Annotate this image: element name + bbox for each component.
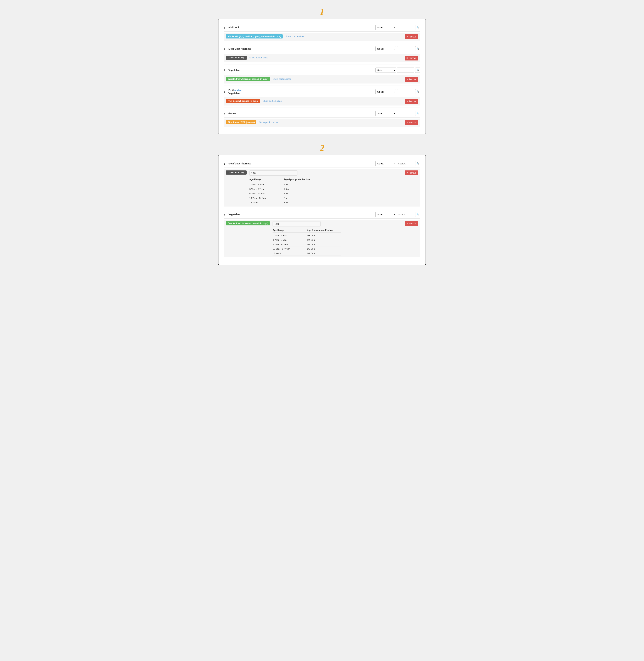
table-row: 6 Year - 12 Year 2 oz <box>249 192 318 196</box>
age-range-header: Age Range <box>249 178 284 181</box>
vegetable-section: 1 Vegetable Select 🔍 Carrots, fresh, fro… <box>224 65 420 84</box>
meat-alternate-tag: Chicken (in oz) <box>226 56 247 60</box>
grains-show-portion[interactable]: Show portion sizes <box>259 120 405 124</box>
grains-remove-btn[interactable]: ✕ Remove <box>405 120 418 125</box>
vegetable-select[interactable]: Select <box>375 68 396 73</box>
age-range-cell: 1 Year - 2 Year <box>273 234 307 237</box>
table-row: 1 Year - 2 Year 1 oz <box>249 182 318 187</box>
meat-alternate-2-remove-btn[interactable]: ✕ Remove <box>405 171 418 175</box>
age-appropriate-portion-header: Age-Appropriate Portion <box>284 178 318 181</box>
portion-cell: 1/4 Cup <box>307 239 341 241</box>
fruit-vegetable-header-row: 1 Fruit and/or Vegetable Select 🔍 <box>224 86 420 96</box>
age-range-cell: 13 Year - 17 Year <box>273 248 307 250</box>
age-range-cell: 6 Year - 12 Year <box>273 243 307 246</box>
age-range-cell: 3 Year - 5 Year <box>249 188 284 190</box>
fluid-milk-search-btn[interactable]: 🔍 <box>415 25 420 30</box>
fruit-vegetable-search[interactable] <box>397 89 414 94</box>
fruit-vegetable-label: Fruit and/or Vegetable <box>228 89 375 95</box>
vegetable-remove-btn[interactable]: ✕ Remove <box>405 77 418 82</box>
fruit-vegetable-remove-btn[interactable]: ✕ Remove <box>405 99 418 104</box>
portion-cell: 1/2 Cup <box>307 252 341 255</box>
vegetable-2-number: 1 <box>224 213 226 216</box>
vegetable-2-select[interactable]: Select <box>375 212 396 217</box>
meat-alternate-controls: Select 🔍 <box>375 46 420 51</box>
grains-item-row: Rice, brown, WGR (in cups) Show portion … <box>224 118 420 127</box>
age-range-header-2: Age Range <box>273 229 307 232</box>
meat-alternate-2-portion-value[interactable] <box>249 171 297 176</box>
portion-cell: 1.5 oz <box>284 188 318 190</box>
vegetable-2-item-row: Carrots, fresh, frozen or canned (in cup… <box>224 220 420 257</box>
portion-cell: 1/2 Cup <box>307 248 341 250</box>
step-2-number: 2 <box>218 143 426 153</box>
grains-tag: Rice, brown, WGR (in cups) <box>226 120 256 125</box>
vegetable-search-btn[interactable]: 🔍 <box>415 68 420 73</box>
vegetable-header-row: 1 Vegetable Select 🔍 <box>224 65 420 74</box>
fluid-milk-remove-btn[interactable]: ✕ Remove <box>405 35 418 39</box>
table-row: 18 Years 1/2 Cup <box>273 251 341 256</box>
grains-search-btn[interactable]: 🔍 <box>415 111 420 116</box>
meat-alternate-select[interactable]: Select <box>375 46 396 51</box>
meat-alternate-2-portion-area: Age Range Age-Appropriate Portion 1 Year… <box>249 171 405 205</box>
fluid-milk-select[interactable]: Select <box>375 25 396 30</box>
grains-number: 1 <box>224 112 226 115</box>
step-1-panel: 1 Fluid Milk Select 🔍 Whole Milk (1 yr) … <box>218 19 426 134</box>
vegetable-item-row: Carrots, fresh, frozen or canned (in cup… <box>224 75 420 84</box>
vegetable-show-portion[interactable]: Show portion sizes <box>273 77 405 80</box>
fluid-milk-search[interactable] <box>397 25 414 30</box>
vegetable-number: 1 <box>224 69 226 72</box>
meat-alternate-2-tag: Chicken (in oz) <box>226 171 247 175</box>
fruit-vegetable-search-btn[interactable]: 🔍 <box>415 89 420 94</box>
meat-alternate-search[interactable] <box>397 46 414 51</box>
vegetable-2-portion-value[interactable] <box>273 221 321 226</box>
grains-select[interactable]: Select <box>375 111 396 116</box>
vegetable-2-section: 1 Vegetable Select 🔍 Carrots, fresh, fro… <box>224 210 420 257</box>
table-row: 6 Year - 12 Year 1/2 Cup <box>273 242 341 247</box>
vegetable-2-header-row: 1 Vegetable Select 🔍 <box>224 210 420 219</box>
meat-alternate-remove-btn[interactable]: ✕ Remove <box>405 56 418 61</box>
vegetable-2-portion-area: Age Range Age-Appropriate Portion 1 Year… <box>273 221 405 256</box>
meat-alternate-header-row: 1 Meat/Meat Alternate Select 🔍 <box>224 44 420 53</box>
divider-5 <box>224 208 420 209</box>
table-row: 3 Year - 5 Year 1.5 oz <box>249 187 318 192</box>
fruit-vegetable-show-portion[interactable]: Show portion sizes <box>263 99 405 102</box>
meat-alternate-2-portion-table: Age Range Age-Appropriate Portion 1 Year… <box>249 177 318 205</box>
portion-cell: 1/8 Cup <box>307 234 341 237</box>
meat-alternate-show-portion[interactable]: Show portion sizes <box>249 56 405 59</box>
portion-table-header: Age Range Age-Appropriate Portion <box>249 177 318 182</box>
table-row: 3 Year - 5 Year 1/4 Cup <box>273 238 341 242</box>
age-range-cell: 6 Year - 12 Year <box>249 192 284 195</box>
search-icon: 🔍 <box>416 112 419 115</box>
meat-alternate-2-label: Meat/Meat Alternate <box>228 162 375 165</box>
age-range-cell: 1 Year - 2 Year <box>249 183 284 186</box>
meat-alternate-2-search[interactable] <box>397 161 414 166</box>
age-appropriate-portion-header-2: Age-Appropriate Portion <box>307 229 341 232</box>
vegetable-2-search[interactable] <box>397 212 414 217</box>
meat-alternate-2-header-row: 1 Meat/Meat Alternate Select 🔍 <box>224 159 420 168</box>
grains-label: Grains <box>228 112 375 115</box>
meat-alternate-2-section: 1 Meat/Meat Alternate Select 🔍 Chicken (… <box>224 159 420 206</box>
vegetable-2-remove-btn[interactable]: ✕ Remove <box>405 221 418 226</box>
fruit-vegetable-select[interactable]: Select <box>375 89 396 94</box>
vegetable-search[interactable] <box>397 68 414 73</box>
fruit-vegetable-section: 1 Fruit and/or Vegetable Select 🔍 Fruit … <box>224 86 420 106</box>
meat-alternate-2-select[interactable]: Select <box>375 161 396 166</box>
portion-table-header-2: Age Range Age-Appropriate Portion <box>273 228 341 233</box>
grains-section: 1 Grains Select 🔍 Rice, brown, WGR (in c… <box>224 108 420 127</box>
fruit-label-main: Fruit <box>228 89 234 92</box>
grains-search[interactable] <box>397 111 414 116</box>
age-range-cell: 13 Year - 17 Year <box>249 197 284 199</box>
portion-cell: 1/2 Cup <box>307 243 341 246</box>
meat-alternate-search-btn[interactable]: 🔍 <box>415 46 420 51</box>
meat-alternate-2-item-row: Chicken (in oz) Age Range Age-Appropriat… <box>224 169 420 206</box>
search-icon: 🔍 <box>416 162 419 165</box>
fluid-milk-controls: Select 🔍 <box>375 25 420 30</box>
vegetable-2-tag: Carrots, fresh, frozen or canned (in cup… <box>226 221 270 225</box>
vegetable-2-search-btn[interactable]: 🔍 <box>415 212 420 217</box>
meat-alternate-2-search-btn[interactable]: 🔍 <box>415 161 420 166</box>
fruit-vegetable-controls: Select 🔍 <box>375 89 420 94</box>
search-icon: 🔍 <box>416 90 419 93</box>
fruit-and-or-label: and/or <box>234 89 242 92</box>
fluid-milk-show-portion[interactable]: Show portion sizes <box>285 35 405 38</box>
age-range-cell: 18 Years <box>249 201 284 204</box>
portion-cell: 2 oz <box>284 201 318 204</box>
